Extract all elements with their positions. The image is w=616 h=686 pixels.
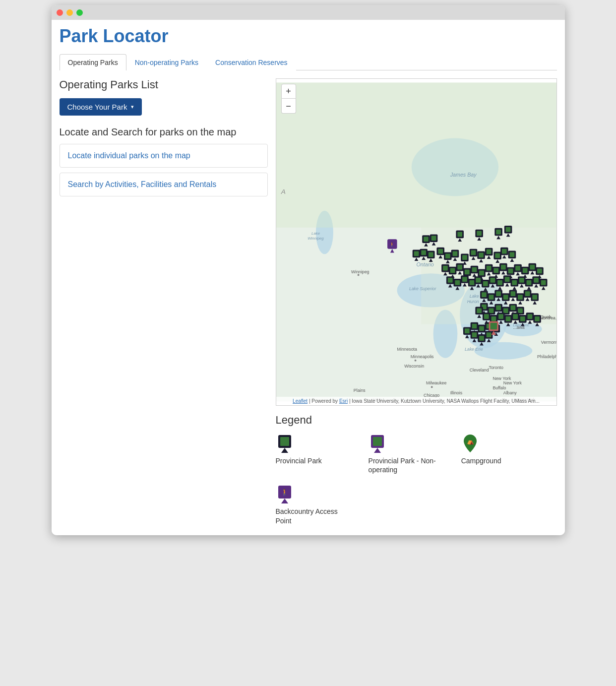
- legend-title: Legend: [276, 414, 557, 427]
- svg-rect-157: [530, 265, 535, 270]
- svg-rect-112: [495, 253, 500, 258]
- svg-rect-211: [496, 291, 501, 296]
- svg-rect-67: [431, 236, 436, 241]
- map-area[interactable]: James Bay Ontario Lake Superior Lake Hur…: [276, 78, 557, 406]
- legend-item-campground: ⛺ Campground: [461, 434, 554, 474]
- svg-rect-148: [508, 269, 513, 274]
- zoom-out-button[interactable]: −: [281, 99, 296, 114]
- zoom-in-button[interactable]: +: [281, 84, 296, 99]
- svg-text:Minnesota: Minnesota: [397, 347, 417, 352]
- svg-text:Ontario: Ontario: [416, 261, 433, 267]
- svg-text:Milwaukee: Milwaukee: [426, 380, 446, 385]
- svg-text:Huron: Huron: [467, 299, 479, 304]
- choose-park-button[interactable]: Choose Your Park ▾: [60, 98, 142, 116]
- svg-rect-97: [452, 251, 457, 256]
- minimize-icon[interactable]: [66, 9, 73, 16]
- backcountry-label: Backcountry Access Point: [276, 507, 355, 525]
- svg-rect-76: [505, 227, 510, 232]
- svg-text:Philadelphia: Philadelphia: [537, 354, 556, 359]
- svg-rect-127: [457, 265, 462, 270]
- svg-rect-205: [482, 292, 487, 297]
- close-icon[interactable]: [57, 9, 63, 16]
- svg-marker-309: [281, 499, 288, 503]
- tab-non-operating-parks[interactable]: Non-operating Parks: [126, 54, 207, 70]
- svg-rect-82: [414, 251, 419, 256]
- svg-text:Lake Erie: Lake Erie: [464, 347, 483, 352]
- search-section-title: Locate and Search for parks on the map: [60, 126, 268, 138]
- legend-item-non-operating: Provincial Park - Non-operating: [369, 434, 461, 474]
- locate-parks-link[interactable]: Locate individual parks on the map: [68, 151, 190, 160]
- choose-park-label: Choose Your Park: [67, 103, 127, 111]
- main-content: Park Locator Operating Parks Non-operati…: [52, 20, 565, 535]
- svg-rect-151: [515, 266, 520, 271]
- svg-rect-139: [486, 266, 491, 271]
- provincial-park-icon: [276, 434, 294, 453]
- svg-point-22: [357, 274, 359, 276]
- svg-text:Albany: Albany: [503, 390, 516, 395]
- maximize-icon[interactable]: [76, 9, 83, 16]
- svg-rect-268: [527, 314, 532, 319]
- svg-text:🚶: 🚶: [281, 488, 289, 497]
- svg-rect-100: [462, 255, 467, 260]
- svg-rect-274: [472, 324, 477, 329]
- tab-operating-parks[interactable]: Operating Parks: [60, 54, 126, 70]
- svg-rect-115: [501, 249, 506, 254]
- search-activities-link[interactable]: Search by Activities, Facilities and Ren…: [68, 180, 217, 188]
- svg-rect-235: [496, 306, 501, 311]
- svg-text:🚶: 🚶: [389, 242, 395, 248]
- esri-link[interactable]: Esri: [339, 398, 348, 404]
- svg-rect-241: [510, 306, 515, 311]
- tab-conservation-reserves[interactable]: Conservation Reserves: [207, 54, 296, 70]
- svg-rect-8: [276, 83, 556, 228]
- svg-rect-70: [457, 232, 462, 237]
- svg-rect-172: [469, 280, 474, 285]
- svg-rect-88: [428, 252, 433, 257]
- svg-text:Winnipeg: Winnipeg: [351, 269, 369, 274]
- svg-rect-232: [489, 308, 493, 313]
- tab-bar: Operating Parks Non-operating Parks Cons…: [60, 54, 557, 70]
- legend: Legend Provincial Park: [276, 414, 557, 525]
- svg-rect-160: [537, 269, 542, 274]
- caret-icon: ▾: [131, 104, 134, 110]
- svg-rect-208: [489, 295, 493, 300]
- svg-rect-286: [464, 328, 469, 333]
- svg-rect-85: [421, 250, 426, 255]
- svg-rect-184: [497, 280, 502, 285]
- svg-text:Lake: Lake: [469, 294, 479, 299]
- map-zoom-controls: + −: [281, 84, 296, 114]
- svg-rect-196: [526, 280, 531, 285]
- map-attribution: Leaflet | Powered by Esri | Iowa State U…: [276, 397, 556, 405]
- svg-rect-79: [477, 231, 482, 236]
- provincial-park-label: Provincial Park: [276, 456, 322, 465]
- svg-rect-277: [479, 326, 484, 331]
- svg-marker-302: [281, 448, 288, 453]
- app-title: Park Locator: [60, 26, 557, 47]
- svg-rect-103: [471, 250, 476, 255]
- svg-text:New York: New York: [493, 376, 511, 381]
- svg-rect-265: [520, 316, 525, 321]
- svg-rect-247: [477, 308, 482, 313]
- svg-text:Plains: Plains: [353, 388, 365, 393]
- search-activities-card[interactable]: Search by Activities, Facilities and Ren…: [60, 173, 268, 196]
- svg-text:Cleveland: Cleveland: [469, 368, 489, 373]
- sidebar: Operating Parks List Choose Your Park ▾ …: [60, 78, 268, 201]
- svg-rect-250: [484, 314, 489, 319]
- backcountry-icon: 🚶: [276, 484, 294, 504]
- svg-rect-223: [525, 291, 530, 296]
- svg-rect-175: [476, 278, 481, 283]
- svg-text:Queb...: Queb...: [540, 314, 554, 319]
- svg-rect-133: [472, 267, 477, 272]
- campground-label: Campground: [461, 456, 501, 465]
- svg-rect-142: [493, 268, 498, 273]
- svg-rect-244: [518, 308, 523, 313]
- svg-rect-289: [472, 332, 477, 337]
- sidebar-list-title: Operating Parks List: [60, 78, 268, 91]
- svg-point-28: [431, 386, 432, 388]
- campground-icon: ⛺: [461, 434, 479, 453]
- svg-rect-190: [512, 280, 517, 285]
- leaflet-link[interactable]: Leaflet: [293, 398, 308, 404]
- app-window: Park Locator Operating Parks Non-operati…: [52, 5, 565, 535]
- locate-parks-card[interactable]: Locate individual parks on the map: [60, 144, 268, 168]
- svg-rect-73: [496, 230, 501, 235]
- svg-point-26: [414, 360, 416, 362]
